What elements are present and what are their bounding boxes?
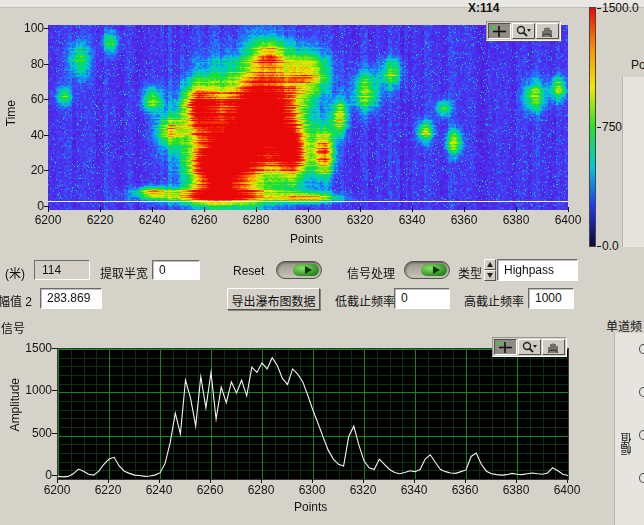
tick-mark: [210, 478, 211, 483]
tick-mark: [152, 207, 153, 212]
amplitude2-label: 幅值 2: [0, 292, 32, 309]
right-panel-partial-label: Po: [631, 58, 644, 72]
right-panel-amp-axis-label: 幅值: [619, 433, 635, 455]
reset-label: Reset: [233, 264, 264, 278]
tick-mark: [108, 478, 109, 483]
zoom-tool-button[interactable]: [512, 23, 535, 39]
tick-label: 6260: [184, 213, 224, 227]
meter-value-indicator: 114: [34, 260, 90, 280]
reset-switch-knob: [293, 264, 319, 276]
tick-mark: [256, 207, 257, 212]
tick-label: 6300: [288, 213, 328, 227]
tick-label: 1000: [18, 383, 52, 397]
pan-tool-button[interactable]: [536, 23, 559, 39]
tick-label: 6340: [394, 483, 434, 497]
crosshair-tool-button[interactable]: [488, 23, 511, 39]
crosshair-tool-button[interactable]: [494, 339, 517, 355]
signal-processing-switch[interactable]: [404, 261, 450, 279]
tick-label: 6220: [88, 483, 128, 497]
cutoff-control-partial: [639, 387, 644, 397]
tick-mark: [414, 478, 415, 483]
spinner-down-button[interactable]: [484, 270, 496, 281]
low-cutoff-label: 低截止频率: [335, 292, 395, 309]
cutoff-control-partial: [639, 344, 644, 354]
signal-waveform-plot[interactable]: [57, 348, 569, 480]
tick-label: 40: [10, 128, 44, 142]
tick-label: 6240: [139, 483, 179, 497]
tick-mark: [159, 478, 160, 483]
tick-mark: [412, 207, 413, 212]
labview-panel: X:114 020406080100 620062206240626062806…: [0, 0, 644, 525]
tick-mark: [261, 478, 262, 483]
tick-mark: [516, 478, 517, 483]
hand-icon: [545, 341, 562, 354]
amplitude2-indicator: 283.869: [40, 288, 102, 309]
tick-mark: [464, 207, 465, 212]
tick-label: 6200: [28, 213, 68, 227]
graph-palette-bottom: [492, 337, 567, 357]
tick-label: 6280: [236, 213, 276, 227]
crosshair-icon: [491, 25, 508, 38]
signal-processing-label: 信号处理: [347, 264, 395, 281]
meter-label: (米): [5, 264, 25, 281]
tick-mark: [568, 207, 569, 212]
tick-label: 500: [18, 426, 52, 440]
tick-label: 6360: [445, 483, 485, 497]
pan-tool-button[interactable]: [542, 339, 565, 355]
tick-label: 6260: [190, 483, 230, 497]
tick-mark: [465, 478, 466, 483]
low-cutoff-input[interactable]: 0: [394, 288, 450, 309]
half-width-input[interactable]: 0: [152, 260, 200, 280]
high-cutoff-input[interactable]: 1000: [528, 288, 574, 309]
up-arrow-icon: [487, 262, 493, 267]
tick-label: 6380: [496, 213, 536, 227]
signal-label: 信号: [1, 319, 25, 336]
top-chart-y-label: Time: [4, 100, 18, 126]
color-scale-ramp: [589, 7, 596, 247]
cutoff-control-partial: [639, 430, 644, 440]
tick-mark: [360, 207, 361, 212]
tick-label: 6340: [392, 213, 432, 227]
right-panel-bottom: 幅值: [614, 333, 644, 525]
filter-type-dropdown[interactable]: Highpass: [497, 259, 578, 281]
tick-mark: [312, 478, 313, 483]
tick-label: 6220: [80, 213, 120, 227]
magnifier-icon: [521, 341, 538, 354]
colorbar-tick: [597, 8, 601, 9]
tick-mark: [44, 99, 49, 100]
tick-mark: [52, 390, 57, 391]
tick-label: 80: [10, 57, 44, 71]
export-waterfall-button[interactable]: 导出瀑布图数据: [227, 288, 320, 310]
tick-label: 6400: [548, 213, 588, 227]
tick-label: 6300: [292, 483, 332, 497]
zoom-tool-button[interactable]: [518, 339, 541, 355]
top-band: [0, 0, 644, 8]
type-spinner[interactable]: [484, 259, 496, 281]
tick-label: 6200: [37, 483, 77, 497]
tick-mark: [204, 207, 205, 212]
spinner-up-button[interactable]: [484, 259, 496, 270]
tick-mark: [44, 28, 49, 29]
tick-mark: [363, 478, 364, 483]
colorbar-max-label: 1500.0: [602, 1, 639, 15]
tick-mark: [308, 207, 309, 212]
tick-label: 6360: [444, 213, 484, 227]
tick-mark: [52, 433, 57, 434]
tick-label: 6400: [547, 483, 587, 497]
tick-mark: [44, 64, 49, 65]
reset-switch[interactable]: [276, 261, 322, 279]
waterfall-intensity-plot[interactable]: [48, 25, 568, 210]
tick-mark: [57, 478, 58, 483]
tick-label: 20: [10, 163, 44, 177]
tick-label: 100: [10, 21, 44, 35]
tick-label: 6320: [340, 213, 380, 227]
tick-mark: [516, 207, 517, 212]
tick-mark: [100, 207, 101, 212]
tick-mark: [44, 170, 49, 171]
cursor-readout: X:114: [468, 1, 499, 15]
colorbar-tick: [597, 127, 601, 128]
crosshair-icon: [497, 341, 514, 354]
tick-mark: [48, 207, 49, 212]
tick-mark: [567, 478, 568, 483]
signal-processing-switch-knob: [421, 264, 447, 276]
